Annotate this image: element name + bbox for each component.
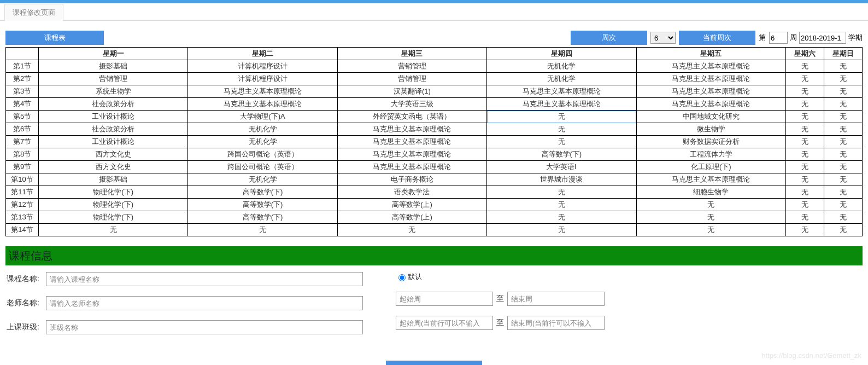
schedule-cell[interactable]: 无	[786, 148, 824, 161]
teacher-name-input[interactable]	[46, 296, 363, 310]
schedule-cell[interactable]: 财务数据实证分析	[636, 136, 785, 148]
submit-button[interactable]: 提交	[386, 361, 482, 365]
schedule-cell[interactable]: 高等数学(下)	[487, 148, 636, 161]
schedule-cell[interactable]: 无	[824, 148, 863, 161]
schedule-cell[interactable]: 营销管理	[337, 73, 486, 85]
schedule-cell[interactable]: 无	[824, 224, 863, 236]
schedule-cell[interactable]: 计算机程序设计	[188, 73, 337, 85]
schedule-cell[interactable]: 无	[487, 123, 636, 136]
schedule-cell[interactable]: 无机化学	[487, 60, 636, 73]
schedule-cell[interactable]: 无	[786, 199, 824, 211]
start-week-input[interactable]	[396, 292, 493, 306]
end-week-2-input[interactable]	[507, 316, 605, 330]
schedule-cell[interactable]: 无	[487, 224, 636, 236]
schedule-cell[interactable]: 系统生物学	[39, 85, 188, 98]
schedule-cell[interactable]: 高等数学(上)	[337, 211, 486, 224]
schedule-cell[interactable]: 马克思主义基本原理概论	[487, 98, 636, 111]
schedule-cell[interactable]: 西方文化史	[39, 161, 188, 173]
schedule-cell[interactable]: 无	[786, 98, 824, 111]
current-week-button[interactable]: 当前周次	[679, 31, 755, 45]
schedule-cell[interactable]: 细胞生物学	[636, 186, 785, 199]
schedule-cell[interactable]: 无	[786, 85, 824, 98]
schedule-cell[interactable]: 营销管理	[39, 73, 188, 85]
schedule-cell[interactable]: 无	[487, 211, 636, 224]
schedule-cell[interactable]: 无机化学	[188, 123, 337, 136]
schedule-cell[interactable]: 外经贸英文函电（英语）	[337, 111, 486, 123]
schedule-cell[interactable]: 马克思主义基本原理概论	[636, 98, 785, 111]
schedule-cell[interactable]: 化工原理(下)	[636, 161, 785, 173]
schedule-cell[interactable]: 无	[487, 186, 636, 199]
default-radio[interactable]	[398, 274, 406, 281]
schedule-cell[interactable]: 高等数学(下)	[188, 199, 337, 211]
schedule-cell[interactable]: 高等数学(上)	[337, 199, 486, 211]
schedule-cell[interactable]: 摄影基础	[39, 60, 188, 73]
schedule-cell[interactable]: 马克思主义基本原理概论	[337, 148, 486, 161]
class-name-input[interactable]	[46, 320, 363, 334]
schedule-cell[interactable]: 马克思主义基本原理概论	[337, 161, 486, 173]
schedule-cell[interactable]: 马克思主义基本原理概论	[636, 85, 785, 98]
schedule-cell[interactable]: 工业设计概论	[39, 111, 188, 123]
schedule-cell[interactable]: 无机化学	[188, 173, 337, 186]
schedule-cell[interactable]: 无	[636, 199, 785, 211]
current-week-input[interactable]	[769, 32, 788, 44]
schedule-cell[interactable]: 无	[786, 173, 824, 186]
timetable-button[interactable]: 课程表	[5, 31, 104, 45]
schedule-cell[interactable]: 无	[824, 136, 863, 148]
schedule-cell[interactable]: 马克思主义基本原理概论	[636, 173, 785, 186]
schedule-cell[interactable]: 马克思主义基本原理概论	[337, 123, 486, 136]
schedule-cell[interactable]: 无	[786, 136, 824, 148]
schedule-cell[interactable]: 无	[337, 224, 486, 236]
schedule-cell[interactable]: 大学英语Ⅰ	[487, 161, 636, 173]
end-week-input[interactable]	[507, 292, 605, 306]
schedule-cell[interactable]: 高等数学(下)	[188, 211, 337, 224]
schedule-cell[interactable]: 无	[786, 60, 824, 73]
schedule-cell[interactable]: 社会政策分析	[39, 123, 188, 136]
schedule-cell[interactable]: 马克思主义基本原理概论	[636, 73, 785, 85]
schedule-cell[interactable]: 无机化学	[487, 73, 636, 85]
schedule-cell[interactable]: 跨国公司概论（英语）	[188, 148, 337, 161]
schedule-cell[interactable]: 摄影基础	[39, 173, 188, 186]
schedule-cell[interactable]: 马克思主义基本原理概论	[337, 136, 486, 148]
schedule-cell[interactable]: 无	[786, 211, 824, 224]
schedule-cell[interactable]: 世界城市漫谈	[487, 173, 636, 186]
schedule-cell[interactable]: 无	[824, 123, 863, 136]
schedule-cell[interactable]: 中国地域文化研究	[636, 111, 785, 123]
schedule-cell[interactable]: 无	[487, 111, 636, 123]
schedule-cell[interactable]: 计算机程序设计	[188, 60, 337, 73]
week-select[interactable]: 6	[650, 32, 676, 44]
schedule-cell[interactable]: 无	[786, 224, 824, 236]
schedule-cell[interactable]: 无	[824, 85, 863, 98]
schedule-cell[interactable]: 无	[824, 98, 863, 111]
schedule-cell[interactable]: 无	[786, 123, 824, 136]
schedule-cell[interactable]: 无	[786, 161, 824, 173]
schedule-cell[interactable]: 无	[824, 211, 863, 224]
start-week-2-input[interactable]	[396, 316, 493, 330]
schedule-cell[interactable]: 无	[188, 224, 337, 236]
schedule-cell[interactable]: 大学英语三级	[337, 98, 486, 111]
schedule-cell[interactable]: 无	[636, 211, 785, 224]
schedule-cell[interactable]: 马克思主义基本原理概论	[636, 60, 785, 73]
course-name-input[interactable]	[46, 272, 363, 286]
schedule-cell[interactable]: 无	[487, 136, 636, 148]
schedule-cell[interactable]: 无	[824, 173, 863, 186]
schedule-cell[interactable]: 无	[786, 73, 824, 85]
schedule-cell[interactable]: 无	[824, 186, 863, 199]
schedule-cell[interactable]: 语类教学法	[337, 186, 486, 199]
tab-course-edit[interactable]: 课程修改页面	[4, 4, 63, 21]
schedule-cell[interactable]: 无	[39, 224, 188, 236]
schedule-cell[interactable]: 营销管理	[337, 60, 486, 73]
schedule-cell[interactable]: 微生物学	[636, 123, 785, 136]
schedule-cell[interactable]: 无	[824, 111, 863, 123]
schedule-cell[interactable]: 物理化学(下)	[39, 199, 188, 211]
schedule-cell[interactable]: 大学物理(下)A	[188, 111, 337, 123]
schedule-cell[interactable]: 物理化学(下)	[39, 211, 188, 224]
semester-input[interactable]	[799, 32, 846, 44]
schedule-cell[interactable]: 汉英翻译(1)	[337, 85, 486, 98]
schedule-cell[interactable]: 无	[824, 60, 863, 73]
schedule-cell[interactable]: 工程流体力学	[636, 148, 785, 161]
schedule-cell[interactable]: 无	[786, 186, 824, 199]
schedule-cell[interactable]: 社会政策分析	[39, 98, 188, 111]
week-button[interactable]: 周次	[571, 31, 647, 45]
schedule-cell[interactable]: 无	[824, 161, 863, 173]
schedule-cell[interactable]: 无	[487, 199, 636, 211]
